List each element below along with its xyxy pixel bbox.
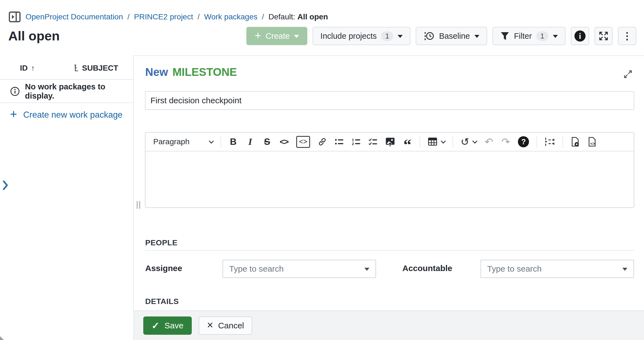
breadcrumb-link-documentation[interactable]: OpenProject Documentation (25, 12, 123, 21)
section-divider (145, 250, 634, 251)
info-button[interactable]: i (571, 27, 589, 45)
editor-toolbar: Paragraph B I S <> <> (145, 133, 634, 151)
pane-resize-grip[interactable] (136, 201, 140, 209)
assignee-select[interactable]: Type to search (223, 260, 376, 278)
title-new-label: New (145, 66, 168, 78)
chevron-down-icon (474, 35, 479, 38)
description-editor-content[interactable] (145, 151, 634, 207)
toolbar-divider (221, 136, 221, 148)
top-toolbar: + Create Include projects 1 (246, 27, 636, 45)
breadcrumb-separator: / (198, 12, 200, 21)
hierarchy-icon (73, 64, 79, 72)
fullscreen-button[interactable] (594, 27, 613, 45)
info-icon: i (574, 30, 586, 42)
include-projects-button[interactable]: Include projects 1 (313, 27, 410, 45)
breadcrumb-link-work-packages[interactable]: Work packages (204, 12, 257, 21)
svg-text:<>: <> (590, 141, 595, 146)
form-top-border (134, 55, 644, 56)
expand-form-button[interactable] (622, 68, 634, 80)
chevron-down-icon (209, 138, 214, 143)
pane-divider (133, 55, 134, 340)
people-section-title: PEOPLE (145, 238, 178, 247)
fullscreen-icon (598, 31, 609, 41)
breadcrumb: OpenProject Documentation / PRINCE2 proj… (8, 11, 328, 23)
block-quote-icon[interactable]: “ (403, 138, 412, 151)
kebab-menu-icon: ⋮ (622, 30, 632, 42)
breadcrumb-separator: / (127, 12, 130, 21)
paragraph-style-dropdown[interactable]: Paragraph (152, 135, 213, 148)
more-options-button[interactable]: ⋮ (618, 27, 636, 45)
help-button[interactable]: ? (518, 135, 529, 148)
chevron-down-icon (364, 268, 369, 271)
chevron-down-icon (472, 138, 477, 143)
link-icon[interactable] (318, 135, 327, 148)
details-section-title: DETAILS (145, 297, 179, 306)
expand-sidebar-chevron-icon[interactable] (2, 180, 9, 190)
toolbar-divider (563, 136, 563, 148)
todo-list-icon[interactable] (368, 135, 378, 148)
sort-ascending-icon: ↑ (31, 64, 35, 73)
empty-state-row: No work packages to display. (0, 80, 133, 103)
check-icon: ✓ (152, 320, 160, 331)
create-button[interactable]: + Create (246, 27, 307, 45)
toolbar-divider (420, 136, 420, 148)
work-package-type-selector[interactable]: MILESTONE (172, 66, 237, 78)
filter-count-badge: 1 (536, 31, 548, 41)
bold-icon[interactable]: B (229, 135, 238, 148)
new-work-package-title: New MILESTONE (145, 66, 237, 78)
undo-icon[interactable]: ↶ (484, 135, 494, 148)
svg-text:2: 2 (352, 142, 354, 146)
accountable-select[interactable]: Type to search (481, 260, 634, 278)
cancel-button[interactable]: × Cancel (199, 316, 252, 335)
assignee-placeholder: Type to search (229, 264, 284, 274)
baseline-button[interactable]: Baseline (416, 27, 487, 45)
bulleted-list-icon[interactable] (334, 135, 344, 148)
numbered-list-icon[interactable]: 1 2 (351, 135, 361, 148)
chevron-down-icon (441, 138, 446, 143)
chevron-down-icon (294, 35, 299, 38)
chevron-down-icon (553, 35, 558, 38)
create-new-work-package-link[interactable]: + Create new work package (10, 109, 122, 120)
form-footer: ✓ Save × Cancel (134, 310, 644, 340)
code-block-icon[interactable]: <> (296, 136, 310, 148)
redo-icon[interactable]: ↷ (501, 135, 510, 148)
page-title: All open (8, 28, 60, 43)
empty-state-message: No work packages to display. (25, 82, 133, 101)
assignee-label: Assignee (145, 264, 182, 273)
accountable-label: Accountable (402, 264, 452, 273)
column-header-subject[interactable]: SUBJECT (73, 64, 118, 73)
svg-text:1: 1 (352, 138, 354, 142)
plus-icon: + (10, 108, 17, 120)
save-button[interactable]: ✓ Save (143, 316, 192, 335)
macros-button[interactable] (545, 135, 555, 148)
italic-icon[interactable]: I (246, 135, 255, 148)
chevron-down-icon (398, 35, 403, 38)
subject-input[interactable] (145, 91, 634, 110)
strikethrough-icon[interactable]: S (262, 135, 272, 148)
filter-funnel-icon (500, 31, 510, 41)
preview-toggle-icon[interactable] (571, 135, 580, 148)
filter-button[interactable]: Filter 1 (492, 27, 566, 45)
breadcrumb-current-view: Default:All open (269, 12, 328, 21)
help-icon: ? (518, 136, 529, 147)
column-header-id[interactable]: ID ↑ (20, 64, 35, 73)
toolbar-divider (453, 136, 453, 148)
image-upload-icon[interactable] (385, 135, 395, 148)
breadcrumb-separator: / (262, 12, 264, 21)
chevron-down-icon (622, 268, 627, 271)
openproject-work-packages-page: OpenProject Documentation / PRINCE2 proj… (0, 0, 644, 340)
window-corner-artifact (0, 336, 4, 340)
insert-table-dropdown[interactable] (428, 135, 445, 148)
baseline-clock-icon (423, 30, 435, 42)
plus-icon: + (255, 30, 261, 41)
toolbar-divider (536, 136, 537, 148)
breadcrumb-link-project[interactable]: PRINCE2 project (134, 12, 193, 21)
info-outline-icon (10, 86, 20, 96)
revision-history-dropdown[interactable]: ↺ (461, 135, 477, 148)
include-projects-count-badge: 1 (381, 31, 393, 41)
sidebar-toggle-icon[interactable] (8, 11, 21, 23)
close-icon: × (207, 320, 213, 330)
markdown-source-icon[interactable]: <> (587, 135, 597, 148)
inline-code-icon[interactable]: <> (279, 135, 289, 148)
accountable-placeholder: Type to search (487, 264, 542, 274)
